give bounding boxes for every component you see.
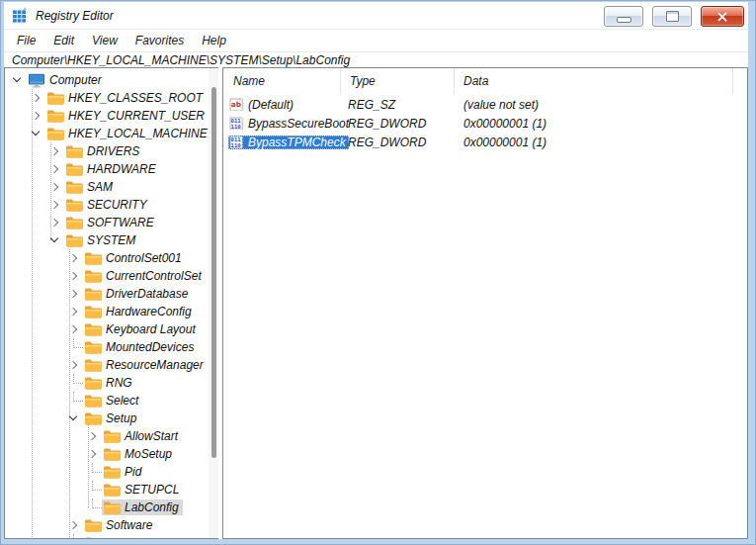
tree-scrollbar-thumb[interactable] (211, 87, 216, 458)
registry-value-row-default[interactable]: ab ' (Default)REG_SZ(value not set) (223, 95, 747, 114)
chevron-right-icon[interactable] (65, 285, 83, 303)
tree-node-setup[interactable]: Setup (83, 410, 140, 426)
title-bar[interactable]: Registry Editor (4, 2, 748, 30)
folder-icon (65, 180, 83, 194)
close-button[interactable] (701, 6, 744, 27)
tree-item-pid[interactable]: Pid (5, 463, 219, 481)
maximize-button[interactable] (652, 6, 692, 27)
tree-node-system[interactable]: SYSTEM (64, 232, 139, 248)
tree-node-mounteddevices[interactable]: MountedDevices (83, 339, 198, 355)
tree-item-setupcl[interactable]: SETUPCL (5, 481, 219, 499)
menu-item-favorites[interactable]: Favorites (126, 31, 193, 50)
minimize-button[interactable] (604, 6, 643, 27)
chevron-right-icon[interactable] (46, 142, 64, 160)
menu-item-edit[interactable]: Edit (44, 31, 83, 50)
tree-node-keyboard-layout[interactable]: Keyboard Layout (83, 321, 200, 337)
tree-item-security[interactable]: SECURITY (5, 196, 219, 214)
column-header-type[interactable]: Type (340, 74, 454, 88)
chevron-right-icon[interactable] (46, 178, 64, 196)
column-separator[interactable] (454, 68, 455, 94)
menu-item-help[interactable]: Help (193, 31, 235, 50)
tree-node-software[interactable]: Software (83, 517, 156, 533)
chevron-right-icon[interactable] (65, 267, 83, 285)
tree-item-drivers[interactable]: DRIVERS (5, 142, 219, 160)
tree-node-hkey-classes-root[interactable]: HKEY_CLASSES_ROOT (45, 90, 207, 106)
tree-node-select[interactable]: Select (83, 393, 142, 409)
chevron-right-icon[interactable] (46, 196, 64, 214)
menu-item-view[interactable]: View (83, 31, 126, 50)
menu-item-file[interactable]: File (8, 31, 44, 50)
tree-item-allowstart[interactable]: AllowStart (5, 427, 219, 445)
tree-node-currentcontrolset[interactable]: CurrentControlSet (83, 268, 206, 284)
chevron-right-icon[interactable] (65, 249, 83, 267)
tree-node-rng[interactable]: RNG (83, 375, 136, 391)
chevron-right-icon[interactable] (84, 445, 102, 463)
tree-node-hkey-local-machine[interactable]: HKEY_LOCAL_MACHINE (45, 126, 211, 141)
chevron-down-icon[interactable] (28, 125, 45, 142)
chevron-down-icon[interactable] (9, 71, 27, 89)
tree-node-hardware[interactable]: HARDWARE (64, 161, 160, 177)
tree-node-sam[interactable]: SAM (64, 179, 117, 195)
tree-item-wpa[interactable]: WPA (5, 534, 219, 539)
tree-node-allowstart[interactable]: AllowStart (102, 428, 182, 444)
tree-node-controlset001[interactable]: ControlSet001 (83, 250, 186, 266)
chevron-right-icon[interactable] (65, 303, 83, 320)
tree-item-system[interactable]: SYSTEM (5, 231, 219, 249)
tree-item-setup[interactable]: Setup (5, 409, 219, 427)
tree-item-hkey-classes-root[interactable]: HKEY_CLASSES_ROOT (5, 89, 219, 107)
tree-item-mosetup[interactable]: MoSetup (5, 445, 219, 463)
tree-item-software[interactable]: Software (5, 516, 219, 534)
tree-item-sam[interactable]: SAM (5, 178, 219, 196)
tree-node-software[interactable]: SOFTWARE (64, 215, 158, 230)
tree-item-resourcemanager[interactable]: ResourceManager (5, 356, 219, 374)
tree-item-hkey-current-user[interactable]: HKEY_CURRENT_USER (5, 107, 219, 125)
tree-node-resourcemanager[interactable]: ResourceManager (83, 357, 208, 373)
tree-node-wpa[interactable]: WPA (83, 535, 135, 539)
tree-node-pid[interactable]: Pid (102, 464, 145, 480)
tree-item-driverdatabase[interactable]: DriverDatabase (5, 285, 219, 303)
chevron-right-icon[interactable] (65, 320, 83, 338)
chevron-down-icon[interactable] (46, 231, 64, 249)
column-separator[interactable] (732, 68, 733, 94)
tree-item-label: Software (106, 518, 152, 532)
chevron-down-icon[interactable] (65, 409, 83, 427)
tree-item-computer[interactable]: Computer (5, 71, 219, 89)
column-header-name[interactable]: Name (223, 74, 340, 88)
folder-icon (84, 322, 102, 336)
registry-value-row-bypasssecureboot[interactable]: 011 110 BypassSecureBootREG_DWORD0x00000… (223, 114, 747, 133)
tree-node-security[interactable]: SECURITY (64, 197, 151, 213)
tree-item-mounteddevices[interactable]: MountedDevices (5, 338, 219, 356)
tree-node-driverdatabase[interactable]: DriverDatabase (83, 286, 192, 302)
tree-item-hardware[interactable]: HARDWARE (5, 160, 219, 178)
tree-item-hkey-local-machine[interactable]: HKEY_LOCAL_MACHINE (5, 125, 219, 142)
tree-connector-stub (65, 338, 83, 356)
chevron-right-icon[interactable] (28, 89, 45, 107)
tree-node-labconfig[interactable]: LabConfig (102, 500, 183, 515)
tree-node-computer[interactable]: Computer (27, 72, 106, 88)
tree-node-hardwareconfig[interactable]: HardwareConfig (83, 304, 196, 319)
tree-node-setupcl[interactable]: SETUPCL (102, 482, 183, 498)
tree-item-rng[interactable]: RNG (5, 374, 219, 392)
chevron-right-icon[interactable] (28, 107, 45, 125)
column-separator[interactable] (340, 68, 341, 94)
tree-item-hardwareconfig[interactable]: HardwareConfig (5, 303, 219, 320)
tree-item-currentcontrolset[interactable]: CurrentControlSet (5, 267, 219, 285)
tree-item-keyboard-layout[interactable]: Keyboard Layout (5, 320, 219, 338)
chevron-right-icon[interactable] (65, 516, 83, 534)
address-bar[interactable]: Computer\HKEY_LOCAL_MACHINE\SYSTEM\Setup… (4, 52, 748, 67)
tree-item-controlset001[interactable]: ControlSet001 (5, 249, 219, 267)
chevron-right-icon[interactable] (65, 356, 83, 374)
tree-node-hkey-current-user[interactable]: HKEY_CURRENT_USER (45, 108, 209, 124)
chevron-right-icon[interactable] (84, 427, 102, 445)
tree-node-mosetup[interactable]: MoSetup (102, 446, 176, 462)
value-name-wrap: ab ' (Default) (228, 98, 296, 112)
tree-node-drivers[interactable]: DRIVERS (64, 143, 143, 159)
chevron-right-icon[interactable] (46, 214, 64, 231)
registry-value-row-bypasstpmcheck[interactable]: 011 110 BypassTPMCheckREG_DWORD0x0000000… (223, 133, 747, 151)
tree-item-label: RNG (106, 376, 132, 390)
tree-item-labconfig[interactable]: LabConfig (5, 499, 219, 516)
column-header-data[interactable]: Data (454, 74, 748, 88)
tree-item-select[interactable]: Select (5, 392, 219, 409)
tree-item-software[interactable]: SOFTWARE (5, 214, 219, 231)
chevron-right-icon[interactable] (46, 160, 64, 178)
